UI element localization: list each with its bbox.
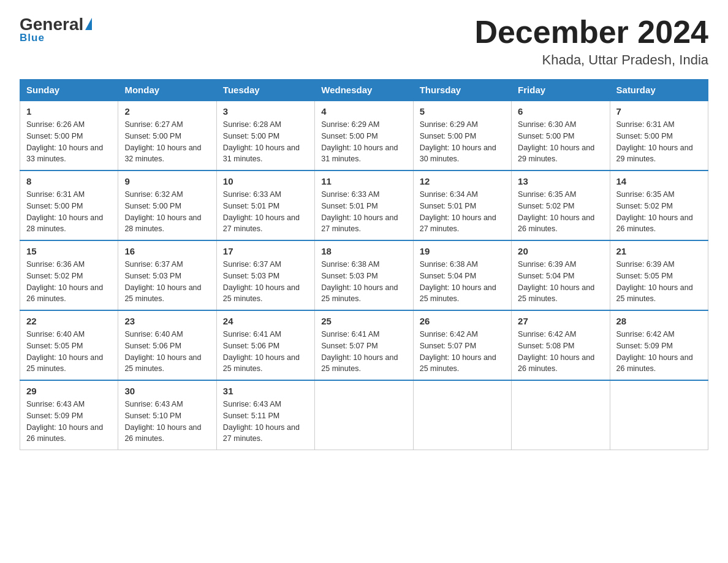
daylight-label: Daylight: 10 hours and 26 minutes. (518, 353, 594, 373)
day-number: 4 (321, 106, 406, 117)
day-number: 31 (223, 386, 308, 396)
sunset-label: Sunset: 5:01 PM (321, 202, 377, 210)
day-cell: 14 Sunrise: 6:35 AM Sunset: 5:02 PM Dayl… (610, 170, 708, 240)
day-info: Sunrise: 6:43 AM Sunset: 5:10 PM Dayligh… (124, 399, 210, 445)
sunset-label: Sunset: 5:00 PM (420, 132, 476, 140)
sunset-label: Sunset: 5:00 PM (223, 132, 279, 140)
sunset-label: Sunset: 5:06 PM (223, 342, 279, 350)
sunset-label: Sunset: 5:11 PM (223, 412, 279, 420)
day-cell (315, 380, 413, 450)
week-row-3: 15 Sunrise: 6:36 AM Sunset: 5:02 PM Dayl… (20, 240, 708, 310)
day-number: 28 (616, 316, 702, 326)
sunrise-label: Sunrise: 6:40 AM (26, 330, 85, 339)
sunrise-label: Sunrise: 6:28 AM (223, 120, 281, 129)
sunrise-label: Sunrise: 6:42 AM (518, 330, 576, 339)
daylight-label: Daylight: 10 hours and 26 minutes. (616, 353, 693, 373)
sunset-label: Sunset: 5:01 PM (223, 202, 279, 210)
sunset-label: Sunset: 5:06 PM (124, 342, 181, 350)
daylight-label: Daylight: 10 hours and 28 minutes. (26, 213, 103, 234)
sunset-label: Sunset: 5:03 PM (124, 272, 181, 280)
day-number: 19 (420, 246, 505, 256)
sunrise-label: Sunrise: 6:36 AM (26, 260, 85, 269)
sunset-label: Sunset: 5:04 PM (518, 272, 574, 280)
daylight-label: Daylight: 10 hours and 25 minutes. (223, 353, 300, 373)
day-number: 8 (26, 176, 112, 186)
daylight-label: Daylight: 10 hours and 30 minutes. (420, 144, 496, 164)
day-cell (413, 380, 511, 450)
day-cell: 19 Sunrise: 6:38 AM Sunset: 5:04 PM Dayl… (413, 240, 511, 310)
day-cell: 22 Sunrise: 6:40 AM Sunset: 5:05 PM Dayl… (20, 310, 118, 380)
sunrise-label: Sunrise: 6:38 AM (321, 260, 379, 269)
day-number: 22 (26, 316, 112, 326)
daylight-label: Daylight: 10 hours and 32 minutes. (124, 144, 201, 164)
day-info: Sunrise: 6:40 AM Sunset: 5:06 PM Dayligh… (124, 329, 210, 375)
day-info: Sunrise: 6:29 AM Sunset: 5:00 PM Dayligh… (420, 119, 505, 165)
sunset-label: Sunset: 5:05 PM (616, 272, 673, 280)
day-cell: 17 Sunrise: 6:37 AM Sunset: 5:03 PM Dayl… (216, 240, 314, 310)
col-sunday: Sunday (20, 80, 118, 101)
daylight-label: Daylight: 10 hours and 25 minutes. (26, 353, 103, 373)
day-info: Sunrise: 6:43 AM Sunset: 5:09 PM Dayligh… (26, 399, 112, 445)
day-number: 23 (124, 316, 210, 326)
sunset-label: Sunset: 5:02 PM (616, 202, 673, 210)
day-number: 17 (223, 246, 308, 256)
day-number: 20 (518, 246, 603, 256)
day-cell: 23 Sunrise: 6:40 AM Sunset: 5:06 PM Dayl… (118, 310, 216, 380)
day-number: 26 (420, 316, 505, 326)
daylight-label: Daylight: 10 hours and 26 minutes. (616, 213, 693, 234)
col-wednesday: Wednesday (315, 80, 413, 101)
sunset-label: Sunset: 5:10 PM (124, 412, 181, 420)
day-info: Sunrise: 6:39 AM Sunset: 5:04 PM Dayligh… (518, 259, 603, 305)
calendar-subtitle: Khada, Uttar Pradesh, India (474, 52, 708, 68)
day-number: 30 (124, 386, 210, 396)
page-header: General Blue December 2024 Khada, Uttar … (20, 15, 708, 68)
daylight-label: Daylight: 10 hours and 25 minutes. (420, 353, 496, 373)
day-info: Sunrise: 6:42 AM Sunset: 5:09 PM Dayligh… (616, 329, 702, 375)
sunset-label: Sunset: 5:08 PM (518, 342, 574, 350)
day-cell: 11 Sunrise: 6:33 AM Sunset: 5:01 PM Dayl… (315, 170, 413, 240)
sunrise-label: Sunrise: 6:38 AM (420, 260, 478, 269)
sunrise-label: Sunrise: 6:37 AM (124, 260, 183, 269)
day-cell: 6 Sunrise: 6:30 AM Sunset: 5:00 PM Dayli… (512, 101, 610, 170)
day-info: Sunrise: 6:29 AM Sunset: 5:00 PM Dayligh… (321, 119, 406, 165)
daylight-label: Daylight: 10 hours and 27 minutes. (223, 213, 300, 234)
day-number: 5 (420, 106, 505, 117)
week-row-5: 29 Sunrise: 6:43 AM Sunset: 5:09 PM Dayl… (20, 380, 708, 450)
day-cell: 10 Sunrise: 6:33 AM Sunset: 5:01 PM Dayl… (216, 170, 314, 240)
daylight-label: Daylight: 10 hours and 27 minutes. (223, 423, 300, 443)
day-number: 25 (321, 316, 406, 326)
calendar-table: Sunday Monday Tuesday Wednesday Thursday… (20, 79, 708, 450)
sunset-label: Sunset: 5:03 PM (223, 272, 279, 280)
col-tuesday: Tuesday (216, 80, 314, 101)
day-number: 18 (321, 246, 406, 256)
day-cell: 16 Sunrise: 6:37 AM Sunset: 5:03 PM Dayl… (118, 240, 216, 310)
sunset-label: Sunset: 5:00 PM (26, 202, 83, 210)
sunrise-label: Sunrise: 6:32 AM (124, 190, 183, 199)
day-number: 9 (124, 176, 210, 186)
days-of-week-row: Sunday Monday Tuesday Wednesday Thursday… (20, 80, 708, 101)
sunset-label: Sunset: 5:00 PM (124, 132, 181, 140)
day-cell: 29 Sunrise: 6:43 AM Sunset: 5:09 PM Dayl… (20, 380, 118, 450)
daylight-label: Daylight: 10 hours and 27 minutes. (321, 213, 398, 234)
day-cell: 8 Sunrise: 6:31 AM Sunset: 5:00 PM Dayli… (20, 170, 118, 240)
day-info: Sunrise: 6:43 AM Sunset: 5:11 PM Dayligh… (223, 399, 308, 445)
day-info: Sunrise: 6:42 AM Sunset: 5:08 PM Dayligh… (518, 329, 603, 375)
day-info: Sunrise: 6:38 AM Sunset: 5:04 PM Dayligh… (420, 259, 505, 305)
day-number: 12 (420, 176, 505, 186)
daylight-label: Daylight: 10 hours and 31 minutes. (223, 144, 300, 164)
day-number: 13 (518, 176, 603, 186)
day-cell: 25 Sunrise: 6:41 AM Sunset: 5:07 PM Dayl… (315, 310, 413, 380)
col-monday: Monday (118, 80, 216, 101)
day-number: 10 (223, 176, 308, 186)
sunrise-label: Sunrise: 6:29 AM (420, 120, 478, 129)
daylight-label: Daylight: 10 hours and 25 minutes. (616, 283, 693, 304)
logo: General Blue (20, 15, 92, 44)
daylight-label: Daylight: 10 hours and 25 minutes. (321, 353, 398, 373)
sunset-label: Sunset: 5:00 PM (321, 132, 377, 140)
day-number: 24 (223, 316, 308, 326)
sunset-label: Sunset: 5:00 PM (26, 132, 83, 140)
daylight-label: Daylight: 10 hours and 29 minutes. (518, 144, 594, 164)
day-cell: 5 Sunrise: 6:29 AM Sunset: 5:00 PM Dayli… (413, 101, 511, 170)
daylight-label: Daylight: 10 hours and 25 minutes. (223, 283, 300, 304)
day-info: Sunrise: 6:27 AM Sunset: 5:00 PM Dayligh… (124, 119, 210, 165)
